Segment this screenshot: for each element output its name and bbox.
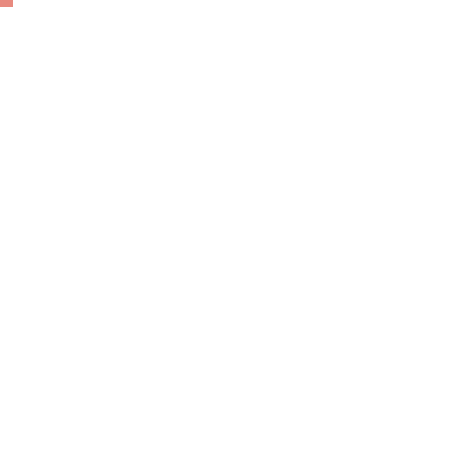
optimum-marker xyxy=(0,0,13,7)
chart-container xyxy=(0,0,476,476)
bottleneck-chart xyxy=(0,0,476,476)
